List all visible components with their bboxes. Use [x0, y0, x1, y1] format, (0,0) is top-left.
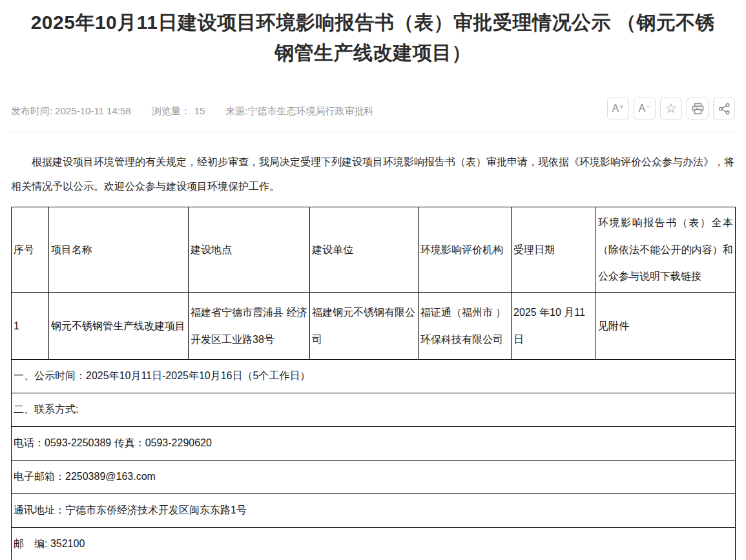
header-download-link: 环境影响报告书（表）全本 （除依法不能公开的内容）和公众参与说明下载链接 — [596, 207, 736, 293]
cell-builder: 福建钢元不锈钢有限公司 — [310, 293, 419, 360]
printer-icon — [692, 103, 704, 115]
acceptance-table: 序号 项目名称 建设地点 建设单位 环境影响评价机构 受理日期 环境影响报告书（… — [11, 207, 736, 560]
address-text: 通讯地址：宁德市东侨经济技术开发区闽东东路1号 — [12, 494, 736, 528]
contact-heading-text: 二、联系方式: — [12, 393, 736, 427]
note-row-email: 电子邮箱：2250389@163.com — [12, 461, 736, 494]
header-accept-date: 受理日期 — [512, 207, 596, 293]
view-count-value: 15 — [194, 105, 205, 116]
share-icon — [718, 103, 730, 115]
zipcode-text: 邮 编: 352100 — [12, 528, 736, 560]
cell-seq: 1 — [12, 293, 49, 360]
view-count: 浏览量：15 — [152, 105, 205, 116]
meta-info: 发布时间: 2025-10-11 14:58浏览量：15来源:宁德市生态环境局行… — [11, 105, 374, 119]
phone-fax-text: 电话：0593-2250389 传真：0593-2290620 — [12, 427, 736, 461]
note-row-address: 通讯地址：宁德市东侨经济技术开发区闽东东路1号 — [12, 494, 736, 528]
header-location: 建设地点 — [189, 207, 310, 293]
header-seq: 序号 — [12, 207, 49, 293]
a-plus-icon: A⁺ — [612, 103, 624, 114]
header-divider — [11, 132, 735, 132]
email-text: 电子邮箱：2250389@163.com — [12, 461, 736, 494]
cell-location: 福建省宁德市霞浦县 经济开发区工业路38号 — [189, 293, 310, 360]
cell-attachment: 见附件 — [596, 293, 736, 360]
cell-accept-date: 2025 年10 月11 日 — [512, 293, 596, 360]
publicity-period-text: 一、公示时间：2025年10月11日-2025年10月16日（5个工作日） — [12, 360, 736, 393]
table-row: 1 钢元不锈钢管生产线改建项目 福建省宁德市霞浦县 经济开发区工业路38号 福建… — [12, 293, 736, 360]
header-eia-agency: 环境影响评价机构 — [419, 207, 512, 293]
a-minus-icon: A⁻ — [638, 103, 650, 114]
note-row-zipcode: 邮 编: 352100 — [12, 528, 736, 560]
star-icon: ☆ — [665, 101, 678, 115]
cell-project-name: 钢元不锈钢管生产线改建项目 — [49, 293, 189, 360]
publish-time: 发布时间: 2025-10-11 14:58 — [11, 105, 131, 116]
note-row-phone-fax: 电话：0593-2250389 传真：0593-2290620 — [12, 427, 736, 461]
header-builder: 建设单位 — [310, 207, 419, 293]
article-page: 2025年10月11日建设项目环境影响报告书（表）审批受理情况公示 （钢元不锈钢… — [0, 8, 746, 560]
font-decrease-button[interactable]: A⁻ — [634, 98, 656, 119]
table-header-row: 序号 项目名称 建设地点 建设单位 环境影响评价机构 受理日期 环境影响报告书（… — [12, 207, 736, 293]
font-increase-button[interactable]: A⁺ — [607, 98, 629, 119]
favorite-button[interactable]: ☆ — [660, 98, 682, 119]
note-row-contact-heading: 二、联系方式: — [12, 393, 736, 427]
meta-row: 发布时间: 2025-10-11 14:58浏览量：15来源:宁德市生态环境局行… — [11, 98, 735, 119]
share-button[interactable] — [713, 98, 735, 119]
source-label: 来源:宁德市生态环境局行政审批科 — [225, 105, 373, 116]
page-title: 2025年10月11日建设项目环境影响报告书（表）审批受理情况公示 （钢元不锈钢… — [23, 8, 723, 68]
header-project-name: 项目名称 — [49, 207, 189, 293]
view-count-label: 浏览量： — [152, 105, 191, 116]
print-button[interactable] — [687, 98, 709, 119]
article-toolbar: A⁺ A⁻ ☆ — [607, 98, 735, 119]
intro-paragraph: 根据建设项目环境管理的有关规定，经初步审查，我局决定受理下列建设项目环境影响报告… — [11, 150, 735, 198]
cell-eia-agency: 福证通（福州市 ）环保科技有限公司 — [419, 293, 512, 360]
note-row-publicity-period: 一、公示时间：2025年10月11日-2025年10月16日（5个工作日） — [12, 360, 736, 393]
